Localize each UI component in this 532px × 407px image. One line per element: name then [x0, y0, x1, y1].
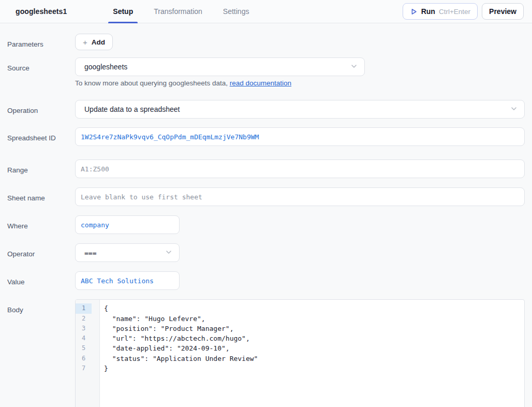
tab-setup[interactable]: Setup	[108, 0, 138, 23]
range-input[interactable]	[75, 159, 525, 178]
code-line[interactable]: }	[104, 364, 524, 373]
line-number: 4	[76, 333, 92, 343]
body-code-editor[interactable]: 1234567 { "name": "Hugo Lefevre", "posit…	[75, 299, 525, 407]
parameters-label: Parameters	[7, 34, 75, 51]
operator-select[interactable]: ===	[75, 243, 180, 262]
code-content[interactable]: { "name": "Hugo Lefevre", "position": "P…	[100, 300, 524, 407]
code-line[interactable]: "position": "Product Manager",	[104, 324, 524, 333]
source-help-text: To know more about querying googlesheets…	[75, 79, 525, 87]
tab-settings[interactable]: Settings	[218, 0, 254, 23]
value-input[interactable]	[75, 271, 180, 290]
spreadsheet-id-label: Spreadsheet ID	[7, 127, 75, 146]
body-label: Body	[7, 299, 75, 407]
play-icon	[410, 8, 418, 16]
chevron-down-icon	[350, 62, 358, 72]
operation-label: Operation	[7, 100, 75, 119]
code-line[interactable]: {	[104, 303, 524, 313]
header-actions: Run Ctrl+Enter Preview	[403, 3, 524, 20]
source-select-value: googlesheets	[84, 63, 350, 71]
add-parameter-label: Add	[92, 38, 105, 46]
chevron-down-icon	[165, 248, 173, 258]
read-documentation-link[interactable]: read documentation	[230, 79, 291, 87]
source-help-prefix: To know more about querying googlesheets…	[75, 79, 230, 87]
add-parameter-button[interactable]: + Add	[75, 34, 113, 50]
run-button[interactable]: Run Ctrl+Enter	[403, 3, 478, 20]
code-line[interactable]: "name": "Hugo Lefevre",	[104, 314, 524, 324]
run-shortcut-hint: Ctrl+Enter	[439, 8, 470, 16]
code-gutter: 1234567	[76, 300, 100, 407]
line-number: 3	[76, 324, 92, 333]
plus-icon: +	[83, 38, 87, 46]
operation-select-value: Update data to a spreadsheet	[84, 105, 510, 113]
operation-select[interactable]: Update data to a spreadsheet	[75, 100, 525, 119]
sheet-name-label: Sheet name	[7, 187, 75, 206]
code-line[interactable]: "status": "Application Under Review"	[104, 354, 524, 364]
spreadsheet-id-input[interactable]	[75, 127, 525, 146]
operator-label: Operator	[7, 243, 75, 262]
code-line[interactable]: "url": "https://abctech.com/hugo",	[104, 333, 524, 343]
where-input[interactable]	[75, 215, 180, 234]
tab-transformation[interactable]: Transformation	[149, 0, 207, 23]
where-label: Where	[7, 215, 75, 234]
operator-select-value: ===	[84, 249, 165, 257]
tab-bar: Setup Transformation Settings	[108, 0, 265, 23]
line-number: 2	[76, 314, 92, 324]
line-number: 5	[76, 343, 92, 353]
chevron-down-icon	[510, 105, 518, 114]
line-number: 1	[76, 303, 92, 313]
source-label: Source	[7, 57, 75, 87]
query-title: googlesheets1	[16, 7, 67, 16]
line-number: 7	[76, 364, 92, 373]
sheet-name-input[interactable]	[75, 187, 525, 206]
line-number: 6	[76, 354, 92, 364]
source-select[interactable]: googlesheets	[75, 57, 365, 76]
query-editor: googlesheets1 Setup Transformation Setti…	[0, 0, 532, 407]
run-button-label: Run	[421, 7, 435, 16]
code-line[interactable]: "date-applied": "2024-09-10",	[104, 343, 524, 353]
range-label: Range	[7, 159, 75, 178]
preview-button[interactable]: Preview	[482, 3, 524, 20]
query-header: googlesheets1 Setup Transformation Setti…	[0, 0, 532, 23]
value-label: Value	[7, 271, 75, 290]
setup-form: Parameters + Add Source googlesheets To …	[0, 23, 532, 407]
